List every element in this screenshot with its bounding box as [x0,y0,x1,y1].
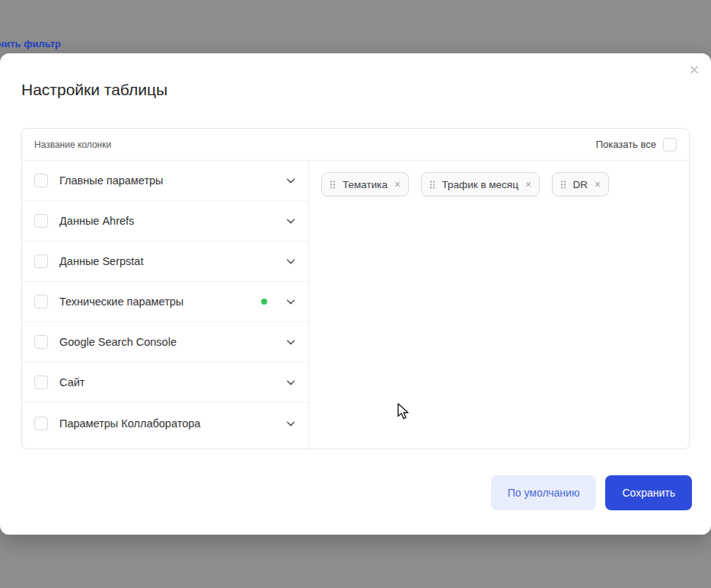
category-row-main-params[interactable]: Главные параметры [22,161,308,201]
category-label: Google Search Console [59,336,274,348]
close-icon[interactable]: × [685,61,703,79]
category-label: Данные Serpstat [59,255,274,267]
drag-handle-icon[interactable] [429,180,435,190]
remove-chip-icon[interactable]: × [595,179,601,190]
remove-chip-icon[interactable]: × [525,179,531,190]
drag-handle-icon[interactable] [560,180,566,190]
category-label: Данные Ahrefs [59,215,274,227]
chip-label: DR [573,179,588,190]
panel-body: Главные параметры Данные Ahrefs Данные S… [22,161,689,449]
category-checkbox[interactable] [34,174,48,187]
chevron-down-icon[interactable] [285,418,296,429]
dimmed-page-top: Сохранить фильтр [0,0,711,53]
category-row-serpstat[interactable]: Данные Serpstat [22,241,308,282]
category-row-google-search-console[interactable]: Google Search Console [22,322,308,363]
save-button[interactable]: Сохранить [605,475,692,510]
columns-panel: Название колонки Показать все Главные па… [21,128,690,449]
category-checkbox[interactable] [34,254,48,268]
chevron-down-icon[interactable] [285,175,296,186]
chevron-down-icon[interactable] [285,256,296,267]
category-checkbox[interactable] [34,295,48,308]
panel-header: Название колонки Показать все [22,129,689,161]
show-all-label: Показать все [596,139,656,150]
category-row-ahrefs[interactable]: Данные Ahrefs [22,201,308,241]
chip-label: Тематика [343,179,387,190]
default-settings-button[interactable]: По умолчанию [491,475,597,510]
chevron-down-icon[interactable] [285,216,296,226]
page: { "overlay": { "filter_link": "Сохранить… [0,0,711,588]
category-label: Параметры Коллаборатора [59,417,274,430]
remove-chip-icon[interactable]: × [394,179,400,190]
chevron-down-icon[interactable] [285,337,296,347]
show-all-checkbox[interactable] [663,138,677,152]
column-chip-tematika[interactable]: Тематика × [321,172,409,197]
modal-title: Настройки таблицы [21,81,167,99]
green-status-dot [261,299,267,305]
chevron-down-icon[interactable] [285,296,296,307]
column-chip-dr[interactable]: DR × [552,172,610,197]
category-checkbox[interactable] [34,335,48,349]
column-chip-trafik[interactable]: Трафик в месяц × [421,172,540,197]
category-row-technical-params[interactable]: Технические параметры [22,282,308,322]
table-settings-modal: × Настройки таблицы Название колонки Пок… [0,53,711,535]
category-row-site[interactable]: Сайт [22,363,308,403]
show-all-control: Показать все [596,138,677,152]
chevron-down-icon[interactable] [285,377,296,388]
modal-footer: По умолчанию Сохранить [491,475,692,510]
category-checkbox[interactable] [34,214,48,228]
drag-handle-icon[interactable] [330,180,336,190]
category-label: Технические параметры [59,296,250,308]
category-label: Главные параметры [59,174,274,187]
category-label: Сайт [59,376,274,388]
category-checkbox[interactable] [34,417,48,430]
chip-label: Трафик в месяц [442,179,518,190]
category-row-collaborator-params[interactable]: Параметры Коллаборатора [22,403,308,443]
category-checkbox[interactable] [34,375,48,389]
column-name-label: Название колонки [34,139,111,150]
category-list: Главные параметры Данные Ahrefs Данные S… [22,161,309,449]
selected-columns-area: Тематика × Трафик в месяц × [309,161,689,449]
dimmed-page-bottom: ▲295.48 [0,535,711,588]
save-filter-link[interactable]: Сохранить фильтр [0,38,61,50]
